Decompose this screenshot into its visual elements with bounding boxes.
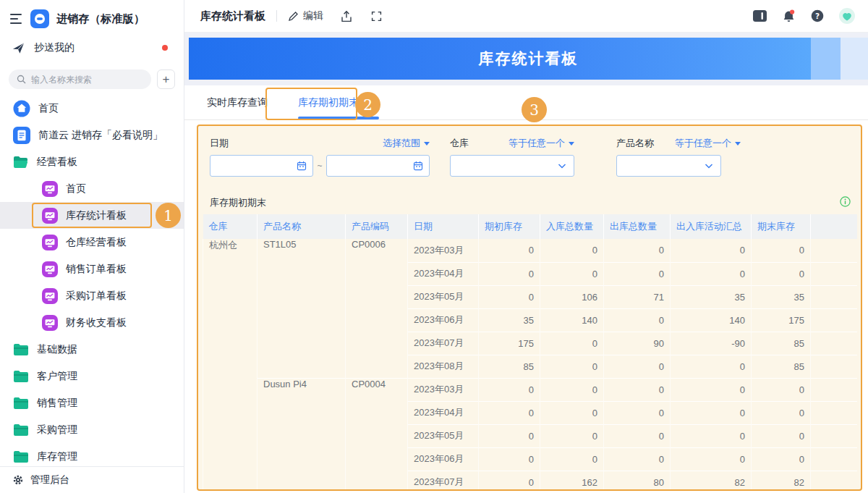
folder-icon (13, 397, 29, 410)
product-operator-dropdown[interactable]: 等于任意一个 (675, 137, 741, 150)
tab-realtime-inventory[interactable]: 实时库存查询 (200, 85, 274, 119)
caret-down-icon (735, 142, 741, 146)
warehouse-operator-label: 等于任意一个 (509, 137, 565, 150)
cell-date: 2023年04月 (408, 401, 479, 424)
cell-activity: 0 (671, 262, 752, 285)
share-upload-icon (341, 10, 352, 22)
fullscreen-button[interactable] (371, 11, 382, 22)
dashboard-body: 日期 选择范围 ~ (184, 120, 868, 493)
share-button[interactable] (341, 10, 352, 22)
sidebar-header: 进销存（标准版） (0, 0, 184, 29)
folder-icon (13, 370, 29, 383)
sidebar-folder-inventory[interactable]: 库存管理 (0, 443, 184, 466)
table-section-header: 库存期初期末 (210, 195, 851, 210)
dashboard-banner: 库存统计看板 (189, 38, 868, 80)
cell-outbound: 90 (604, 332, 671, 355)
sidebar-item-home[interactable]: 首页 (0, 95, 184, 122)
cell-date: 2023年08月 (408, 355, 479, 378)
dashboard-icon (42, 235, 58, 250)
query-panel: 日期 选择范围 ~ (197, 125, 862, 491)
cell-outbound: 0 (604, 239, 671, 262)
calendar-icon (413, 161, 423, 171)
help-button[interactable]: ? (811, 9, 824, 22)
cell-begin: 175 (479, 332, 540, 355)
sidebar-item-warehouse-dashboard[interactable]: 仓库经营看板 (0, 229, 184, 256)
col-activity-summary: 出入库活动汇总 (671, 214, 752, 239)
gear-icon (12, 474, 24, 486)
table-row: 杭州仓 ST1L05 CP0006 2023年03月 0 0 0 0 0 (203, 239, 857, 262)
cell-begin: 0 (479, 471, 540, 491)
filter-product: 产品名称 等于任意一个 (616, 136, 741, 177)
copy-to-me-item[interactable]: 抄送我的 (0, 35, 184, 61)
admin-backend-item[interactable]: 管理后台 (0, 466, 184, 493)
cell-code: CP0004 (346, 378, 408, 491)
pencil-icon (288, 11, 299, 22)
warehouse-select[interactable] (450, 155, 574, 177)
avatar[interactable] (839, 8, 855, 24)
date-filter-label: 日期 (210, 137, 229, 150)
sidebar-item-sales-order-dashboard[interactable]: 销售订单看板 (0, 256, 184, 282)
topbar-right-icons: ? (753, 8, 855, 24)
sidebar-item-label: 采购订单看板 (66, 290, 127, 303)
collapse-menu-icon[interactable] (10, 14, 23, 24)
product-filter-label: 产品名称 (616, 137, 654, 150)
cell-begin: 0 (479, 262, 540, 285)
cell-inbound: 106 (540, 285, 604, 308)
cell-begin: 0 (479, 401, 540, 424)
cell-outbound: 0 (604, 308, 671, 332)
cell-date: 2023年05月 (408, 424, 479, 447)
dashboard-icon (42, 261, 58, 277)
cell-begin: 0 (479, 378, 540, 401)
cell-inbound: 0 (540, 332, 604, 355)
cell-end: 0 (752, 447, 811, 471)
cell-activity: 0 (671, 378, 752, 401)
edit-button[interactable]: 编辑 (288, 9, 323, 22)
cell-end: 35 (752, 285, 811, 308)
cell-activity: 0 (671, 355, 752, 378)
cell-filler (811, 308, 857, 332)
sidebar-folder-sales[interactable]: 销售管理 (0, 389, 184, 416)
cell-warehouse: 杭州仓 (203, 239, 258, 491)
dashboard-icon (42, 181, 58, 197)
cell-outbound: 0 (604, 424, 671, 447)
folder-icon (13, 450, 29, 463)
sidebar-item-label: 首页 (66, 182, 86, 195)
cell-date: 2023年06月 (408, 447, 479, 471)
sidebar-item-purchase-order-dashboard[interactable]: 采购订单看板 (0, 282, 184, 309)
range-separator: ~ (313, 161, 326, 171)
date-start-input[interactable] (210, 155, 313, 177)
sidebar-item-dash-home[interactable]: 首页 (0, 175, 184, 202)
search-input[interactable] (31, 75, 143, 85)
dashboard-icon (42, 288, 58, 304)
add-button[interactable]: + (157, 69, 175, 89)
app-logo-icon[interactable] (30, 9, 49, 28)
date-operator-label: 选择范围 (383, 137, 420, 150)
tab-period-begin-end[interactable]: 库存期初期末查询 (292, 85, 386, 119)
chevron-down-icon (705, 164, 713, 169)
info-icon[interactable] (840, 196, 851, 209)
admin-backend-label: 管理后台 (30, 473, 69, 486)
sidebar-folder-base-data[interactable]: 基础数据 (0, 336, 184, 363)
copy-to-me-label: 抄送我的 (34, 41, 75, 54)
cell-begin: 35 (479, 308, 540, 332)
search-box[interactable] (9, 69, 151, 89)
date-end-input[interactable] (326, 155, 430, 177)
notifications-button[interactable] (782, 9, 796, 23)
sidebar-item-inventory-dashboard[interactable]: 库存统计看板 1 (0, 202, 184, 229)
sidebar-item-readme[interactable]: 简道云 进销存「必看说明」 (0, 122, 184, 148)
sidebar-item-label: 客户管理 (37, 370, 77, 383)
changelog-button[interactable] (753, 10, 767, 22)
sidebar-folder-customers[interactable]: 客户管理 (0, 363, 184, 389)
sidebar-folder-purchasing[interactable]: 采购管理 (0, 416, 184, 443)
sidebar-item-finance-dashboard[interactable]: 财务收支看板 (0, 309, 184, 336)
product-select[interactable] (616, 155, 721, 177)
sidebar-folder-dashboards[interactable]: 经营看板 (0, 148, 184, 175)
folder-open-icon (13, 156, 29, 169)
send-icon (12, 41, 25, 55)
warehouse-operator-dropdown[interactable]: 等于任意一个 (509, 137, 574, 150)
annotation-badge-step3: 3 (522, 97, 547, 122)
date-operator-dropdown[interactable]: 选择范围 (383, 137, 430, 150)
folder-icon (13, 343, 29, 356)
cell-activity: 0 (671, 447, 752, 471)
cell-date: 2023年03月 (408, 378, 479, 401)
